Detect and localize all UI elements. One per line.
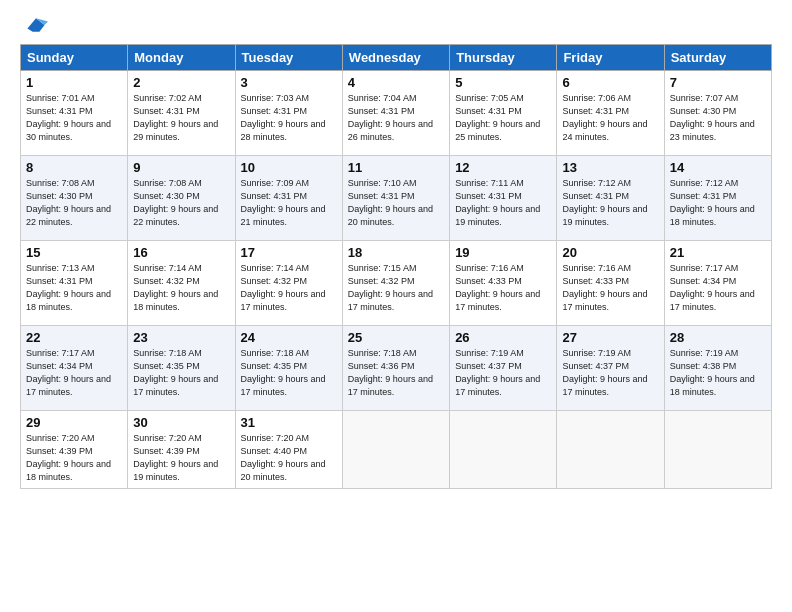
day-info: Sunrise: 7:02 AMSunset: 4:31 PMDaylight:… bbox=[133, 92, 229, 144]
day-info: Sunrise: 7:19 AMSunset: 4:38 PMDaylight:… bbox=[670, 347, 766, 399]
day-number: 25 bbox=[348, 330, 444, 345]
day-number: 29 bbox=[26, 415, 122, 430]
logo bbox=[20, 16, 50, 34]
day-number: 11 bbox=[348, 160, 444, 175]
calendar-cell: 5Sunrise: 7:05 AMSunset: 4:31 PMDaylight… bbox=[450, 71, 557, 156]
day-info: Sunrise: 7:14 AMSunset: 4:32 PMDaylight:… bbox=[241, 262, 337, 314]
col-sunday: Sunday bbox=[21, 45, 128, 71]
day-info: Sunrise: 7:14 AMSunset: 4:32 PMDaylight:… bbox=[133, 262, 229, 314]
day-info: Sunrise: 7:10 AMSunset: 4:31 PMDaylight:… bbox=[348, 177, 444, 229]
calendar-cell: 21Sunrise: 7:17 AMSunset: 4:34 PMDayligh… bbox=[664, 241, 771, 326]
calendar-cell: 10Sunrise: 7:09 AMSunset: 4:31 PMDayligh… bbox=[235, 156, 342, 241]
day-number: 31 bbox=[241, 415, 337, 430]
calendar-cell: 28Sunrise: 7:19 AMSunset: 4:38 PMDayligh… bbox=[664, 326, 771, 411]
day-number: 10 bbox=[241, 160, 337, 175]
calendar-cell: 31Sunrise: 7:20 AMSunset: 4:40 PMDayligh… bbox=[235, 411, 342, 489]
day-info: Sunrise: 7:12 AMSunset: 4:31 PMDaylight:… bbox=[670, 177, 766, 229]
calendar-cell: 16Sunrise: 7:14 AMSunset: 4:32 PMDayligh… bbox=[128, 241, 235, 326]
calendar-cell: 3Sunrise: 7:03 AMSunset: 4:31 PMDaylight… bbox=[235, 71, 342, 156]
calendar-cell bbox=[450, 411, 557, 489]
calendar-cell: 11Sunrise: 7:10 AMSunset: 4:31 PMDayligh… bbox=[342, 156, 449, 241]
day-number: 26 bbox=[455, 330, 551, 345]
col-wednesday: Wednesday bbox=[342, 45, 449, 71]
calendar-cell: 24Sunrise: 7:18 AMSunset: 4:35 PMDayligh… bbox=[235, 326, 342, 411]
day-info: Sunrise: 7:15 AMSunset: 4:32 PMDaylight:… bbox=[348, 262, 444, 314]
day-number: 22 bbox=[26, 330, 122, 345]
day-number: 15 bbox=[26, 245, 122, 260]
day-info: Sunrise: 7:20 AMSunset: 4:40 PMDaylight:… bbox=[241, 432, 337, 484]
day-number: 7 bbox=[670, 75, 766, 90]
calendar-cell bbox=[664, 411, 771, 489]
calendar-cell bbox=[342, 411, 449, 489]
col-thursday: Thursday bbox=[450, 45, 557, 71]
calendar-cell bbox=[557, 411, 664, 489]
calendar-cell: 4Sunrise: 7:04 AMSunset: 4:31 PMDaylight… bbox=[342, 71, 449, 156]
day-number: 12 bbox=[455, 160, 551, 175]
day-info: Sunrise: 7:19 AMSunset: 4:37 PMDaylight:… bbox=[562, 347, 658, 399]
calendar-cell: 7Sunrise: 7:07 AMSunset: 4:30 PMDaylight… bbox=[664, 71, 771, 156]
day-info: Sunrise: 7:05 AMSunset: 4:31 PMDaylight:… bbox=[455, 92, 551, 144]
calendar-cell: 8Sunrise: 7:08 AMSunset: 4:30 PMDaylight… bbox=[21, 156, 128, 241]
day-number: 4 bbox=[348, 75, 444, 90]
day-number: 17 bbox=[241, 245, 337, 260]
day-number: 1 bbox=[26, 75, 122, 90]
calendar-cell: 19Sunrise: 7:16 AMSunset: 4:33 PMDayligh… bbox=[450, 241, 557, 326]
day-info: Sunrise: 7:18 AMSunset: 4:36 PMDaylight:… bbox=[348, 347, 444, 399]
calendar-header-row: Sunday Monday Tuesday Wednesday Thursday… bbox=[21, 45, 772, 71]
day-info: Sunrise: 7:08 AMSunset: 4:30 PMDaylight:… bbox=[133, 177, 229, 229]
calendar-cell: 18Sunrise: 7:15 AMSunset: 4:32 PMDayligh… bbox=[342, 241, 449, 326]
day-info: Sunrise: 7:20 AMSunset: 4:39 PMDaylight:… bbox=[133, 432, 229, 484]
day-info: Sunrise: 7:17 AMSunset: 4:34 PMDaylight:… bbox=[670, 262, 766, 314]
day-info: Sunrise: 7:11 AMSunset: 4:31 PMDaylight:… bbox=[455, 177, 551, 229]
day-info: Sunrise: 7:08 AMSunset: 4:30 PMDaylight:… bbox=[26, 177, 122, 229]
calendar-table: Sunday Monday Tuesday Wednesday Thursday… bbox=[20, 44, 772, 489]
day-number: 13 bbox=[562, 160, 658, 175]
calendar-cell: 12Sunrise: 7:11 AMSunset: 4:31 PMDayligh… bbox=[450, 156, 557, 241]
day-info: Sunrise: 7:19 AMSunset: 4:37 PMDaylight:… bbox=[455, 347, 551, 399]
day-number: 8 bbox=[26, 160, 122, 175]
day-number: 3 bbox=[241, 75, 337, 90]
calendar-cell: 6Sunrise: 7:06 AMSunset: 4:31 PMDaylight… bbox=[557, 71, 664, 156]
day-number: 14 bbox=[670, 160, 766, 175]
day-number: 6 bbox=[562, 75, 658, 90]
day-number: 19 bbox=[455, 245, 551, 260]
logo-bird-icon bbox=[24, 16, 48, 34]
day-number: 5 bbox=[455, 75, 551, 90]
calendar-cell: 15Sunrise: 7:13 AMSunset: 4:31 PMDayligh… bbox=[21, 241, 128, 326]
calendar-cell: 13Sunrise: 7:12 AMSunset: 4:31 PMDayligh… bbox=[557, 156, 664, 241]
page: Sunday Monday Tuesday Wednesday Thursday… bbox=[0, 0, 792, 612]
day-number: 20 bbox=[562, 245, 658, 260]
day-info: Sunrise: 7:09 AMSunset: 4:31 PMDaylight:… bbox=[241, 177, 337, 229]
col-saturday: Saturday bbox=[664, 45, 771, 71]
day-info: Sunrise: 7:04 AMSunset: 4:31 PMDaylight:… bbox=[348, 92, 444, 144]
calendar-cell: 29Sunrise: 7:20 AMSunset: 4:39 PMDayligh… bbox=[21, 411, 128, 489]
calendar-cell: 25Sunrise: 7:18 AMSunset: 4:36 PMDayligh… bbox=[342, 326, 449, 411]
calendar-cell: 23Sunrise: 7:18 AMSunset: 4:35 PMDayligh… bbox=[128, 326, 235, 411]
day-number: 28 bbox=[670, 330, 766, 345]
day-info: Sunrise: 7:17 AMSunset: 4:34 PMDaylight:… bbox=[26, 347, 122, 399]
day-number: 9 bbox=[133, 160, 229, 175]
day-number: 24 bbox=[241, 330, 337, 345]
day-info: Sunrise: 7:07 AMSunset: 4:30 PMDaylight:… bbox=[670, 92, 766, 144]
day-info: Sunrise: 7:16 AMSunset: 4:33 PMDaylight:… bbox=[455, 262, 551, 314]
day-number: 16 bbox=[133, 245, 229, 260]
calendar-cell: 26Sunrise: 7:19 AMSunset: 4:37 PMDayligh… bbox=[450, 326, 557, 411]
day-number: 30 bbox=[133, 415, 229, 430]
col-monday: Monday bbox=[128, 45, 235, 71]
day-number: 18 bbox=[348, 245, 444, 260]
day-info: Sunrise: 7:03 AMSunset: 4:31 PMDaylight:… bbox=[241, 92, 337, 144]
day-info: Sunrise: 7:06 AMSunset: 4:31 PMDaylight:… bbox=[562, 92, 658, 144]
day-number: 21 bbox=[670, 245, 766, 260]
day-info: Sunrise: 7:16 AMSunset: 4:33 PMDaylight:… bbox=[562, 262, 658, 314]
calendar-cell: 9Sunrise: 7:08 AMSunset: 4:30 PMDaylight… bbox=[128, 156, 235, 241]
day-info: Sunrise: 7:18 AMSunset: 4:35 PMDaylight:… bbox=[241, 347, 337, 399]
calendar-cell: 27Sunrise: 7:19 AMSunset: 4:37 PMDayligh… bbox=[557, 326, 664, 411]
day-info: Sunrise: 7:01 AMSunset: 4:31 PMDaylight:… bbox=[26, 92, 122, 144]
day-number: 27 bbox=[562, 330, 658, 345]
calendar-cell: 30Sunrise: 7:20 AMSunset: 4:39 PMDayligh… bbox=[128, 411, 235, 489]
day-info: Sunrise: 7:20 AMSunset: 4:39 PMDaylight:… bbox=[26, 432, 122, 484]
day-number: 23 bbox=[133, 330, 229, 345]
day-info: Sunrise: 7:13 AMSunset: 4:31 PMDaylight:… bbox=[26, 262, 122, 314]
calendar-cell: 2Sunrise: 7:02 AMSunset: 4:31 PMDaylight… bbox=[128, 71, 235, 156]
day-info: Sunrise: 7:18 AMSunset: 4:35 PMDaylight:… bbox=[133, 347, 229, 399]
